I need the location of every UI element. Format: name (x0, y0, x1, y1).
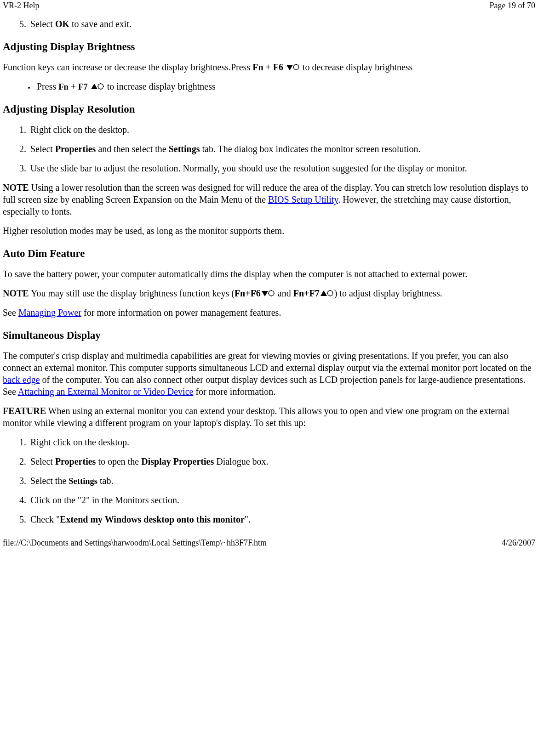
higher-resolution-note: Higher resolution modes may be used, as … (3, 225, 535, 237)
list-item: Press Fn + F7 to increase display bright… (35, 80, 535, 92)
step-list-continued: Select OK to save and exit. (3, 18, 535, 30)
feature-extend-desktop: FEATURE When using an external monitor y… (3, 405, 535, 429)
triangle-up-icon (91, 84, 97, 89)
page-footer: file://C:\Documents and Settings\harwood… (0, 533, 538, 548)
triangle-down-icon (262, 291, 268, 296)
list-item: Use the slide bar to adjust the resoluti… (29, 162, 535, 174)
link-external-monitor[interactable]: Attaching an External Monitor or Video D… (18, 387, 194, 397)
footer-date: 4/26/2007 (502, 538, 535, 548)
heading-simultaneous: Simultaneous Display (3, 330, 535, 341)
list-item: Select Properties to open the Display Pr… (29, 455, 535, 467)
brightness-list: Press Fn + F7 to increase display bright… (3, 80, 535, 92)
list-item: Check "Extend my Windows desktop onto th… (29, 513, 535, 525)
heading-autodim: Auto Dim Feature (3, 248, 535, 260)
heading-brightness: Adjusting Display Brightness (3, 41, 535, 53)
page-header: VR-2 Help Page 19 of 70 (0, 0, 538, 11)
brightness-icon (98, 84, 103, 89)
see-managing-power: See Managing Power for more information … (3, 307, 535, 318)
brightness-icon (269, 290, 274, 296)
resolution-steps: Right click on the desktop. Select Prope… (3, 124, 535, 174)
list-item: Right click on the desktop. (29, 124, 535, 136)
list-item: Right click on the desktop. (29, 436, 535, 448)
brightness-icon (327, 290, 333, 296)
file-path: file://C:\Documents and Settings\harwood… (3, 538, 267, 548)
page-number: Page 19 of 70 (490, 1, 535, 11)
autodim-intro: To save the battery power, your computer… (3, 268, 535, 280)
link-back-edge[interactable]: back edge (3, 375, 40, 385)
heading-resolution: Adjusting Display Resolution (3, 103, 535, 115)
list-item: Select the Settings tab. (29, 475, 535, 487)
list-item: Select OK to save and exit. (29, 18, 535, 30)
brightness-intro: Function keys can increase or decrease t… (3, 61, 535, 73)
triangle-up-icon (321, 290, 327, 296)
page-content: Select OK to save and exit. Adjusting Di… (0, 18, 538, 525)
simultaneous-intro: The computer's crisp display and multime… (3, 350, 535, 398)
triangle-down-icon (286, 65, 293, 70)
link-managing-power[interactable]: Managing Power (18, 307, 81, 318)
note-autodim: NOTE You may still use the display brigh… (3, 287, 535, 299)
list-item: Select Properties and then select the Se… (29, 143, 535, 155)
link-bios-setup[interactable]: BIOS Setup Utility (268, 194, 338, 205)
doc-title: VR-2 Help (3, 1, 40, 11)
extend-desktop-steps: Right click on the desktop. Select Prope… (3, 436, 535, 525)
note-resolution: NOTE Using a lower resolution than the s… (3, 182, 535, 217)
brightness-icon (293, 64, 299, 70)
list-item: Click on the "2" in the Monitors section… (29, 494, 535, 506)
